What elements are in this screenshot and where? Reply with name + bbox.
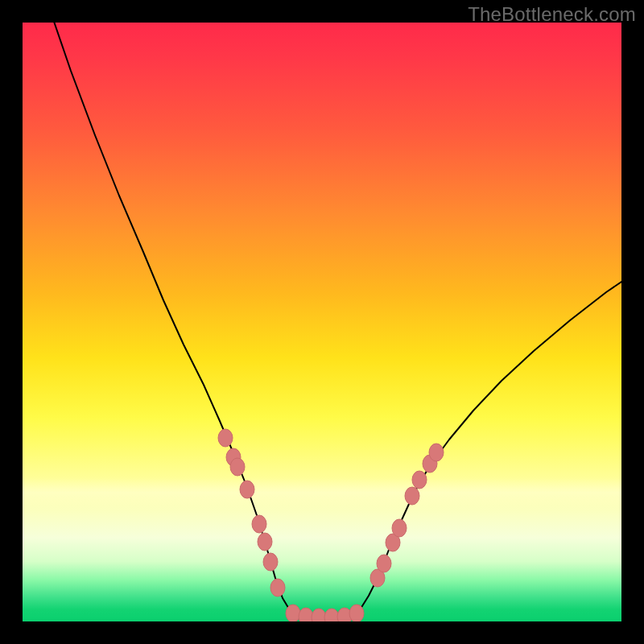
curve-marker [312,609,326,621]
curve-lines [52,23,621,617]
curve-marker [324,609,339,621]
chart-frame [23,23,621,621]
curve-marker [286,605,300,621]
curve-marker [429,444,444,461]
curve-marker [218,429,233,447]
watermark-text: TheBottleneck.com [468,3,636,26]
curve-svg [23,23,621,621]
curve-markers [218,429,444,621]
curve-marker [258,533,272,551]
curve-marker [270,579,285,597]
curve-marker [230,458,245,476]
curve-marker [349,605,364,621]
curve-marker [412,471,427,489]
curve-marker [405,487,419,505]
bottleneck-curve [52,23,621,617]
curve-marker [263,553,278,571]
curve-marker [392,519,407,537]
curve-marker [252,515,266,533]
curve-marker [377,555,391,572]
curve-marker [299,608,313,621]
curve-marker [240,481,254,498]
